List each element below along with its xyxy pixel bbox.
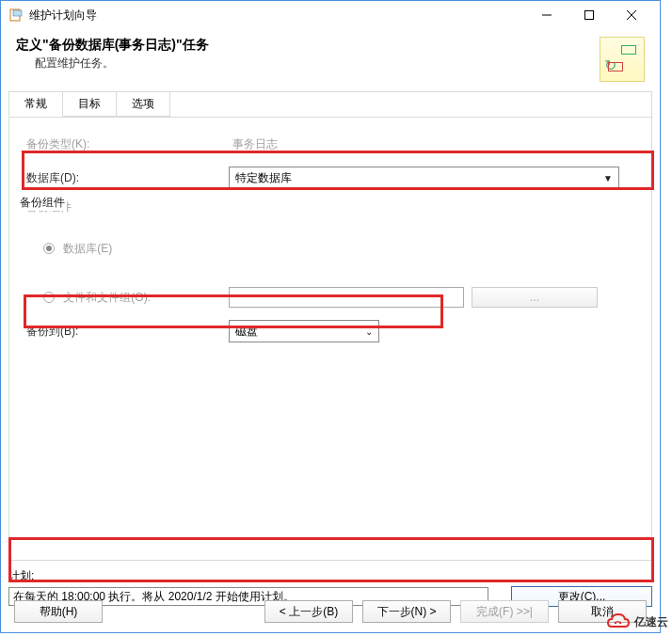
database-value: 特定数据库 bbox=[235, 170, 292, 186]
watermark-text: 亿速云 bbox=[634, 614, 668, 630]
app-icon bbox=[8, 8, 24, 23]
help-button[interactable]: 帮助(H) bbox=[14, 600, 103, 623]
backup-type-label: 备份类型(K): bbox=[17, 136, 229, 152]
backup-to-dropdown[interactable]: 磁盘 ⌄ bbox=[229, 320, 379, 342]
component-label-cutline: 备份组件 bbox=[18, 195, 67, 211]
finish-button: 完成(F) >>| bbox=[460, 600, 549, 623]
row-database: 数据库(D): 特定数据库 ▼ bbox=[17, 166, 644, 190]
page-title: 定义"备份数据库(事务日志)"任务 bbox=[16, 37, 600, 54]
body-panel: 常规 目标 选项 备份类型(K): 事务日志 数据库(D): 特定数据库 ▼ bbox=[8, 91, 652, 561]
chevron-down-icon: ⌄ bbox=[365, 326, 373, 337]
database-label: 数据库(D): bbox=[17, 170, 229, 186]
backup-to-label: 备份到(B): bbox=[17, 324, 229, 340]
watermark-icon bbox=[606, 612, 631, 632]
svg-rect-3 bbox=[584, 11, 593, 20]
back-button[interactable]: < 上一步(B) bbox=[264, 600, 353, 623]
radio-icon bbox=[43, 292, 55, 303]
browse-button[interactable]: ... bbox=[472, 287, 598, 308]
next-button[interactable]: 下一步(N) > bbox=[362, 600, 451, 623]
wizard-icon bbox=[600, 37, 645, 82]
row-backup-type: 备份类型(K): 事务日志 bbox=[17, 132, 644, 156]
wizard-window: 维护计划向导 定义"备份数据库(事务日志)"任务 配置维护任务。 常规 目标 bbox=[0, 0, 661, 633]
tab-general[interactable]: 常规 bbox=[8, 91, 63, 117]
backup-to-value: 磁盘 bbox=[235, 324, 258, 340]
tab-target[interactable]: 目标 bbox=[62, 91, 117, 117]
minimize-button[interactable] bbox=[525, 1, 568, 29]
window-title: 维护计划向导 bbox=[29, 8, 525, 24]
page-subtitle: 配置维护任务。 bbox=[16, 56, 600, 72]
maximize-button[interactable] bbox=[568, 1, 610, 29]
radio-database-option[interactable]: 数据库(E) bbox=[17, 241, 112, 257]
row-radio-db: 数据库(E) bbox=[17, 236, 644, 261]
database-dropdown[interactable]: 特定数据库 ▼ bbox=[229, 167, 619, 189]
wizard-header: 定义"备份数据库(事务日志)"任务 配置维护任务。 bbox=[1, 29, 660, 87]
row-backup-to: 备份到(B): 磁盘 ⌄ bbox=[17, 319, 644, 343]
window-controls bbox=[525, 1, 652, 29]
schedule-label: 计划: bbox=[8, 568, 652, 584]
bottom-bar: 帮助(H) < 上一步(B) 下一步(N) > 完成(F) >>| 取消 bbox=[1, 600, 660, 623]
radio-files-option[interactable]: 文件和文件组(G): bbox=[63, 291, 151, 304]
titlebar: 维护计划向导 bbox=[1, 1, 660, 29]
watermark: 亿速云 bbox=[606, 612, 668, 632]
component-label: 备份组件 bbox=[17, 199, 644, 215]
radio-icon bbox=[43, 243, 55, 254]
backup-type-value: 事务日志 bbox=[229, 137, 278, 151]
files-input[interactable] bbox=[229, 287, 464, 308]
chevron-down-icon: ▼ bbox=[603, 173, 613, 183]
svg-rect-1 bbox=[13, 10, 22, 16]
close-button[interactable] bbox=[610, 1, 652, 29]
tab-content: 备份类型(K): 事务日志 数据库(D): 特定数据库 ▼ 备份组件 bbox=[9, 119, 651, 554]
tab-strip: 常规 目标 选项 bbox=[8, 91, 651, 118]
tab-options[interactable]: 选项 bbox=[116, 91, 170, 117]
row-radio-files: 文件和文件组(G): ... bbox=[17, 285, 644, 310]
